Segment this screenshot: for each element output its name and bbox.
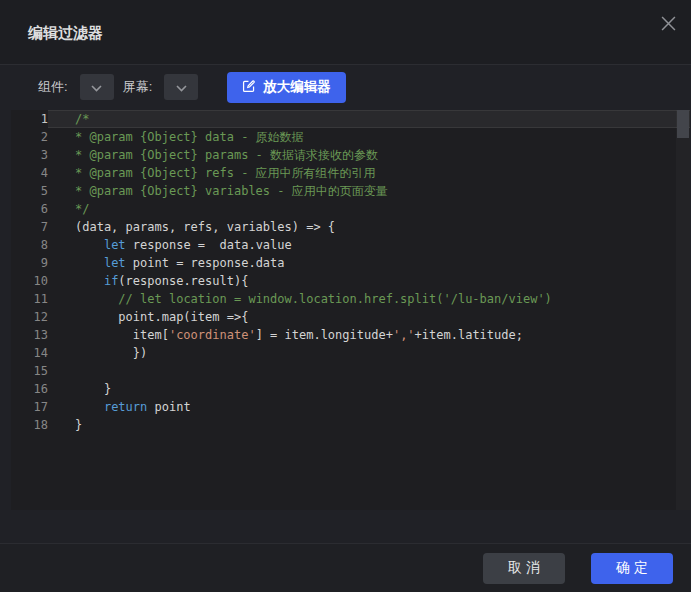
line-number: 11	[11, 290, 48, 308]
code-line-content: * @param {Object} data - 原始数据	[48, 128, 690, 146]
component-label: 组件:	[38, 78, 68, 96]
code-line[interactable]: 2* @param {Object} data - 原始数据	[11, 128, 690, 146]
code-line-content: * @param {Object} variables - 应用中的页面变量	[48, 182, 690, 200]
code-line[interactable]: 6*/	[11, 200, 690, 218]
modal-header: 编辑过滤器	[0, 0, 691, 65]
line-number: 15	[11, 362, 48, 380]
code-editor[interactable]: 1/*2* @param {Object} data - 原始数据3* @par…	[11, 110, 690, 510]
code-line[interactable]: 11 // let location = window.location.hre…	[11, 290, 690, 308]
edit-square-icon	[242, 79, 256, 96]
code-line[interactable]: 17 return point	[11, 398, 690, 416]
line-number: 16	[11, 380, 48, 398]
code-line-content: /*	[48, 110, 690, 128]
line-number: 13	[11, 326, 48, 344]
modal-title: 编辑过滤器	[28, 24, 103, 43]
code-line-content: }	[48, 416, 690, 434]
code-line-content: // let location = window.location.href.s…	[48, 290, 690, 308]
code-line[interactable]: 5* @param {Object} variables - 应用中的页面变量	[11, 182, 690, 200]
chevron-down-icon	[176, 78, 187, 96]
code-line-content: let response = data.value	[48, 236, 690, 254]
code-line[interactable]: 14 })	[11, 344, 690, 362]
screen-select[interactable]	[164, 74, 198, 100]
line-number: 8	[11, 236, 48, 254]
modal-footer: 取 消 确 定	[0, 543, 691, 592]
component-select[interactable]	[80, 74, 114, 100]
close-icon[interactable]	[658, 13, 678, 33]
code-line-content: })	[48, 344, 690, 362]
code-line-content: return point	[48, 398, 690, 416]
line-number: 6	[11, 200, 48, 218]
line-number: 4	[11, 164, 48, 182]
code-line-content: (data, params, refs, variables) => {	[48, 218, 690, 236]
line-number: 1	[11, 110, 48, 128]
zoom-editor-button-label: 放大编辑器	[263, 78, 331, 96]
code-line-content	[48, 362, 690, 380]
zoom-editor-button[interactable]: 放大编辑器	[227, 72, 346, 103]
chevron-down-icon	[91, 78, 102, 96]
code-line[interactable]: 9 let point = response.data	[11, 254, 690, 272]
code-line-content: if(response.result){	[48, 272, 690, 290]
line-number: 2	[11, 128, 48, 146]
code-line[interactable]: 13 item['coordinate'] = item.longitude+'…	[11, 326, 690, 344]
code-line-content: item['coordinate'] = item.longitude+','+…	[48, 326, 690, 344]
editor-scrollbar[interactable]	[676, 110, 690, 510]
line-number: 10	[11, 272, 48, 290]
cancel-button[interactable]: 取 消	[483, 553, 565, 584]
code-line-content: */	[48, 200, 690, 218]
code-line[interactable]: 16 }	[11, 380, 690, 398]
line-number: 18	[11, 416, 48, 434]
line-number: 17	[11, 398, 48, 416]
code-line[interactable]: 18}	[11, 416, 690, 434]
screen-label: 屏幕:	[123, 78, 153, 96]
code-line[interactable]: 3* @param {Object} params - 数据请求接收的参数	[11, 146, 690, 164]
code-line[interactable]: 12 point.map(item =>{	[11, 308, 690, 326]
code-line[interactable]: 15	[11, 362, 690, 380]
line-number: 9	[11, 254, 48, 272]
code-lines: 1/*2* @param {Object} data - 原始数据3* @par…	[11, 110, 690, 434]
code-line-content: point.map(item =>{	[48, 308, 690, 326]
code-line-content: let point = response.data	[48, 254, 690, 272]
scrollbar-thumb[interactable]	[677, 110, 689, 138]
code-line[interactable]: 8 let response = data.value	[11, 236, 690, 254]
line-number: 5	[11, 182, 48, 200]
code-line[interactable]: 4* @param {Object} refs - 应用中所有组件的引用	[11, 164, 690, 182]
confirm-button[interactable]: 确 定	[591, 553, 673, 584]
code-line[interactable]: 10 if(response.result){	[11, 272, 690, 290]
code-line[interactable]: 7(data, params, refs, variables) => {	[11, 218, 690, 236]
toolbar: 组件: 屏幕: 放大编辑器	[0, 65, 691, 109]
line-number: 12	[11, 308, 48, 326]
line-number: 7	[11, 218, 48, 236]
line-number: 14	[11, 344, 48, 362]
code-line-content: * @param {Object} params - 数据请求接收的参数	[48, 146, 690, 164]
line-number: 3	[11, 146, 48, 164]
code-line-content: * @param {Object} refs - 应用中所有组件的引用	[48, 164, 690, 182]
code-line-content: }	[48, 380, 690, 398]
code-line[interactable]: 1/*	[11, 110, 690, 128]
